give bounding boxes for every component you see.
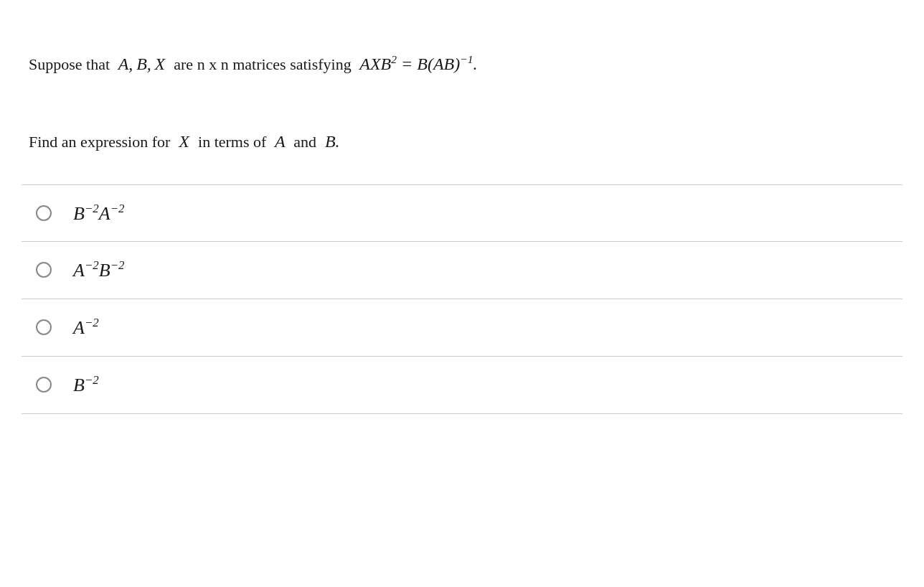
option-label-3: A−2	[73, 316, 99, 339]
b-variable: B.	[321, 128, 340, 155]
option-row-4[interactable]: B−2	[22, 357, 902, 414]
and-text: and	[293, 129, 316, 154]
options-container: B−2A−2 A−2B−2 A−2 B−2	[22, 184, 902, 414]
option-label-1: B−2A−2	[73, 202, 124, 225]
a-variable: A	[270, 128, 289, 155]
problem-statement: Suppose that A, B, X are n x n matrices …	[29, 50, 895, 78]
suppose-that-text: Suppose that	[29, 52, 110, 77]
radio-btn-1[interactable]	[36, 205, 52, 221]
find-expression-section: Find an expression for X in terms of A a…	[22, 113, 902, 184]
equation: AXB2 = B(AB)−1.	[356, 50, 478, 78]
variables-abx: A, B, X	[114, 50, 169, 78]
page-container: Suppose that A, B, X are n x n matrices …	[0, 0, 924, 443]
find-text: Find an expression for	[29, 129, 170, 154]
radio-btn-4[interactable]	[36, 377, 52, 393]
in-terms-of-text: in terms of	[198, 129, 266, 154]
option-row-1[interactable]: B−2A−2	[22, 184, 902, 242]
find-expression: Find an expression for X in terms of A a…	[29, 128, 895, 155]
problem-statement-section: Suppose that A, B, X are n x n matrices …	[22, 29, 902, 113]
option-label-4: B−2	[73, 373, 99, 396]
are-matrices-text: are n x n matrices satisfying	[174, 52, 351, 77]
x-variable: X	[174, 128, 194, 155]
option-row-2[interactable]: A−2B−2	[22, 242, 902, 299]
radio-btn-2[interactable]	[36, 262, 52, 278]
radio-btn-3[interactable]	[36, 319, 52, 335]
option-label-2: A−2B−2	[73, 258, 124, 281]
option-row-3[interactable]: A−2	[22, 299, 902, 357]
